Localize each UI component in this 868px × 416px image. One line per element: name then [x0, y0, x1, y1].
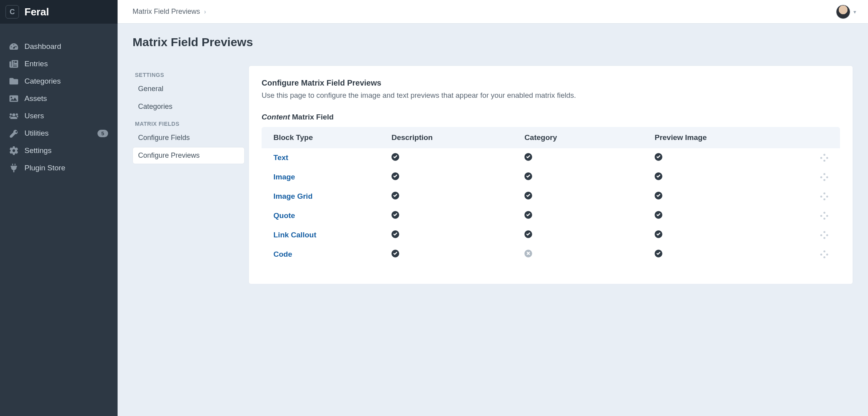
table-header: Block Type	[262, 127, 386, 148]
check-circle-icon	[524, 230, 532, 238]
blocks-table: Block TypeDescriptionCategoryPreview Ima…	[262, 127, 840, 264]
main-column: Matrix Field Previews › ▾ Matrix Field P…	[118, 0, 868, 416]
users-icon	[9, 112, 18, 120]
x-circle-icon	[524, 250, 532, 257]
table-row: Code	[262, 245, 840, 264]
wrench-icon	[9, 129, 18, 138]
nav-item-settings[interactable]: Settings	[0, 142, 118, 159]
check-circle-icon	[391, 192, 399, 200]
user-menu[interactable]: ▾	[836, 5, 856, 19]
nav-item-categories[interactable]: Categories	[0, 73, 118, 90]
nav-item-dashboard[interactable]: Dashboard	[0, 38, 118, 55]
avatar	[836, 5, 850, 19]
plug-icon	[9, 164, 18, 172]
check-circle-icon	[524, 172, 532, 180]
drag-handle[interactable]	[793, 192, 834, 200]
nav-item-label: Plugin Store	[24, 164, 65, 172]
panel-title: Configure Matrix Field Previews	[262, 78, 840, 88]
nav-item-users[interactable]: Users	[0, 107, 118, 125]
check-circle-icon	[655, 172, 662, 180]
sidebar-header: C Feral	[0, 0, 118, 24]
nav-item-label: Categories	[24, 77, 61, 86]
block-type-link[interactable]: Image	[273, 173, 295, 181]
nav-badge: 5	[97, 130, 108, 137]
table-row: Image	[262, 168, 840, 187]
check-circle-icon	[655, 230, 662, 238]
nav-item-label: Settings	[24, 146, 52, 155]
breadcrumb: Matrix Field Previews ›	[133, 7, 206, 16]
table-header: Category	[519, 127, 649, 148]
main-panel: Configure Matrix Field Previews Use this…	[249, 65, 853, 284]
block-type-link[interactable]: Quote	[273, 211, 295, 220]
check-circle-icon	[524, 211, 532, 219]
settings-sidenav: SETTINGSGeneralCategoriesMATRIX FIELDSCo…	[133, 65, 245, 284]
sidenav-heading: SETTINGS	[133, 67, 245, 80]
check-circle-icon	[655, 211, 662, 219]
sidenav-heading: MATRIX FIELDS	[133, 116, 245, 129]
primary-nav: DashboardEntriesCategoriesAssetsUsersUti…	[0, 24, 118, 177]
chevron-down-icon: ▾	[853, 9, 856, 15]
nav-item-label: Users	[24, 112, 44, 120]
drag-handle[interactable]	[793, 250, 834, 258]
drag-handle[interactable]	[793, 231, 834, 239]
check-circle-icon	[391, 153, 399, 161]
gear-icon	[9, 146, 18, 155]
newspaper-icon	[9, 60, 18, 68]
table-row: Image Grid	[262, 187, 840, 206]
table-row: Link Callout	[262, 226, 840, 245]
drag-handle[interactable]	[793, 154, 834, 162]
table-row: Text	[262, 148, 840, 168]
nav-item-label: Dashboard	[24, 42, 61, 51]
topbar: Matrix Field Previews › ▾	[118, 0, 868, 24]
section-field-name: Content	[262, 113, 290, 121]
nav-item-plugin-store[interactable]: Plugin Store	[0, 159, 118, 177]
brand-name[interactable]: Feral	[24, 6, 49, 18]
check-circle-icon	[524, 153, 532, 161]
check-circle-icon	[655, 153, 662, 161]
brand-initial[interactable]: C	[6, 5, 19, 19]
block-type-link[interactable]: Text	[273, 153, 288, 162]
sidenav-item-general[interactable]: General	[133, 80, 245, 97]
page: Matrix Field Previews SETTINGSGeneralCat…	[118, 24, 868, 300]
sidenav-item-categories[interactable]: Categories	[133, 98, 245, 115]
panel-subtitle: Use this page to configure the image and…	[262, 90, 840, 101]
check-circle-icon	[391, 230, 399, 238]
table-header: Description	[386, 127, 519, 148]
nav-item-label: Assets	[24, 94, 47, 103]
page-title: Matrix Field Previews	[133, 35, 853, 49]
primary-sidebar: C Feral DashboardEntriesCategoriesAssets…	[0, 0, 118, 416]
table-row: Quote	[262, 206, 840, 226]
block-type-link[interactable]: Link Callout	[273, 231, 316, 239]
check-circle-icon	[391, 172, 399, 180]
breadcrumb-item[interactable]: Matrix Field Previews	[133, 7, 200, 16]
check-circle-icon	[391, 250, 399, 257]
check-circle-icon	[391, 211, 399, 219]
chevron-right-icon: ›	[204, 8, 206, 15]
nav-item-assets[interactable]: Assets	[0, 90, 118, 107]
folder-icon	[9, 77, 18, 86]
check-circle-icon	[655, 250, 662, 257]
image-icon	[9, 94, 18, 103]
nav-item-entries[interactable]: Entries	[0, 55, 118, 73]
block-type-link[interactable]: Image Grid	[273, 192, 312, 200]
nav-item-label: Utilities	[24, 129, 49, 138]
section-heading: Content Matrix Field	[262, 113, 840, 121]
gauge-icon	[9, 42, 18, 51]
section-field-suffix: Matrix Field	[292, 113, 334, 121]
drag-handle[interactable]	[793, 212, 834, 220]
check-circle-icon	[524, 192, 532, 200]
drag-handle[interactable]	[793, 173, 834, 181]
block-type-link[interactable]: Code	[273, 250, 292, 258]
table-header: Preview Image	[649, 127, 788, 148]
nav-item-utilities[interactable]: Utilities5	[0, 125, 118, 142]
sidenav-item-configure-previews[interactable]: Configure Previews	[133, 147, 245, 164]
nav-item-label: Entries	[24, 60, 48, 68]
check-circle-icon	[655, 192, 662, 200]
sidenav-item-configure-fields[interactable]: Configure Fields	[133, 129, 245, 146]
